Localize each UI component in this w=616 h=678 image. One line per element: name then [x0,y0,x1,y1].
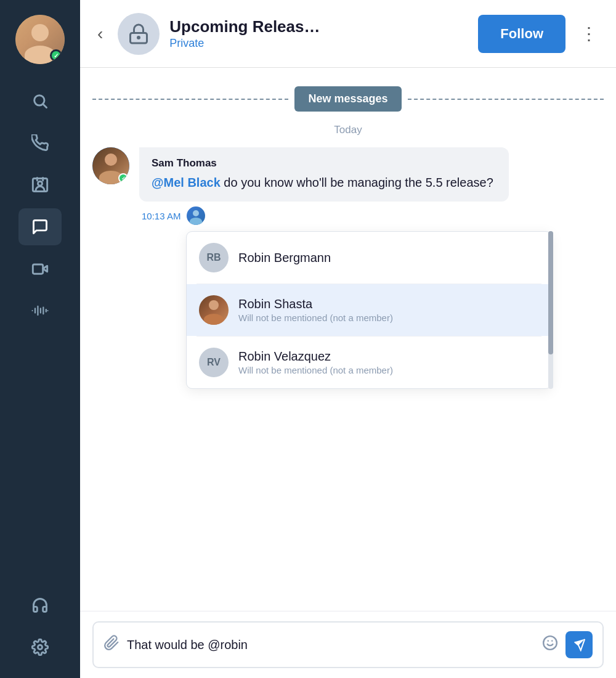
mention-avatar-rv: RV [199,348,229,377]
divider-line-right [408,99,604,100]
mention-dropdown-wrapper: RB Robin Bergmann Robin Shasta Will not … [139,231,552,389]
online-status-badge [50,49,62,62]
message-sender-avatar [92,147,129,184]
message-time: 10:13 AM [142,211,180,221]
message-time-row: 10:13 AM [139,206,604,225]
channel-info: Upcoming Releas… Private [169,17,468,49]
mention-tag: @Mel Black [152,176,221,189]
sidebar-item-settings[interactable] [18,629,62,666]
mention-avatar-rb: RB [199,243,229,272]
message-bubble: Sam Thomas @Mel Black do you know who'll… [139,147,509,202]
mention-item-info-velazquez: Robin Velazquez Will not be mentioned (n… [238,349,393,375]
back-button[interactable]: ‹ [92,19,108,49]
sidebar-item-messages[interactable] [18,208,62,245]
channel-header: ‹ Upcoming Releas… Private Follow ⋮ [80,0,616,68]
message-text-content: do you know who'll be managing the 5.5 r… [221,176,493,189]
message-input[interactable] [127,638,535,652]
mention-item-robin-shasta[interactable]: Robin Shasta Will not be mentioned (not … [187,284,551,336]
message-sender-online-badge [118,173,128,183]
dropdown-scrollbar-thumb [548,231,553,354]
mention-item-name-robin-shasta: Robin Shasta [238,297,393,311]
mention-item-sub-robin-shasta: Will not be mentioned (not a member) [238,312,393,323]
message-sender-name: Sam Thomas [152,157,496,170]
dropdown-scrollbar[interactable] [548,231,553,389]
mention-item-robin-velazquez[interactable]: RV Robin Velazquez Will not be mentioned… [187,337,551,388]
channel-icon [118,13,160,55]
svg-point-5 [38,181,43,186]
follow-button[interactable]: Follow [478,15,565,53]
svg-line-1 [43,104,46,107]
channel-title: Upcoming Releas… [169,17,468,36]
message-text: @Mel Black do you know who'll be managin… [152,173,496,192]
message-reader-avatar [187,206,205,225]
message-body: Sam Thomas @Mel Black do you know who'll… [139,147,604,225]
divider-line-left [92,99,288,100]
sidebar-item-search[interactable] [18,83,62,120]
attach-icon[interactable] [103,635,120,655]
emoji-icon[interactable] [542,635,558,655]
svg-point-17 [138,36,140,38]
svg-point-18 [543,636,557,650]
mention-item-info-shasta: Robin Shasta Will not be mentioned (not … [238,297,393,323]
message-input-box [92,621,604,668]
message-row: Sam Thomas @Mel Black do you know who'll… [92,147,604,225]
sidebar-item-phone[interactable] [18,125,62,161]
mention-item-info: Robin Bergmann [238,251,331,265]
mention-item-robin-bergmann[interactable]: RB Robin Bergmann [187,232,551,284]
mention-item-name-robin-bergmann: Robin Bergmann [238,251,331,265]
sidebar-item-headset[interactable] [18,587,62,624]
new-messages-divider: New messages [92,86,604,112]
sidebar-item-contacts[interactable] [18,166,62,203]
mention-avatar-robin-shasta [199,295,229,325]
sidebar-bottom [18,587,62,678]
sidebar-item-video[interactable] [18,250,62,287]
avatar[interactable] [15,15,65,64]
main-panel: ‹ Upcoming Releas… Private Follow ⋮ New … [80,0,616,678]
channel-subtitle: Private [169,37,468,50]
mention-item-sub-robin-velazquez: Will not be mentioned (not a member) [238,365,393,375]
new-messages-badge: New messages [294,86,401,112]
mention-dropdown: RB Robin Bergmann Robin Shasta Will not … [186,231,552,389]
sidebar-nav [0,76,80,335]
mention-item-name-robin-velazquez: Robin Velazquez [238,349,393,364]
date-label: Today [92,124,604,136]
chat-area: New messages Today Sam Thomas @Mel Black… [80,68,616,611]
svg-rect-6 [33,264,43,274]
send-button[interactable] [565,631,593,658]
input-area [80,611,616,678]
more-options-button[interactable]: ⋮ [575,18,604,49]
sidebar [0,0,80,678]
sidebar-item-audio[interactable] [18,292,62,329]
svg-point-15 [38,645,43,650]
